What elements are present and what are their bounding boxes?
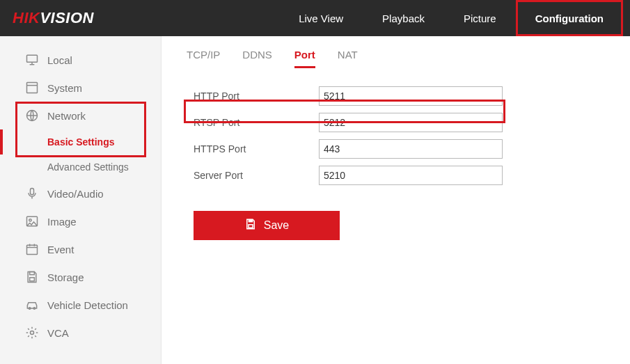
sidebar-item-video-audio[interactable]: Video/Audio: [0, 180, 161, 207]
sidebar-item-label: Storage: [47, 271, 84, 283]
system-icon: [25, 81, 39, 95]
topnav-picture[interactable]: Picture: [444, 0, 516, 36]
sidebar-item-label: Network: [47, 110, 86, 122]
svg-rect-3: [31, 189, 34, 195]
sidebar-item-label: Local: [47, 54, 72, 66]
row-http-port: HTTP Port: [194, 83, 630, 109]
label-rtsp-port: RTSP Port: [194, 117, 319, 128]
svg-rect-6: [27, 245, 38, 254]
svg-rect-1: [27, 83, 38, 93]
sidebar-item-local[interactable]: Local: [0, 46, 161, 74]
topnav: Live View Playback Picture Configuration: [279, 0, 623, 36]
logo-hik: HIK: [13, 9, 40, 26]
input-server-port[interactable]: [319, 166, 503, 185]
sidebar-item-storage[interactable]: Storage: [0, 263, 161, 291]
sidebar-item-image[interactable]: Image: [0, 207, 161, 235]
sidebar-item-vehicle[interactable]: Vehicle Detection: [0, 291, 161, 319]
label-server-port: Server Port: [194, 170, 319, 181]
input-rtsp-port[interactable]: [319, 113, 503, 132]
sidebar-item-label: System: [47, 82, 82, 94]
sidebar-item-label: Vehicle Detection: [47, 299, 128, 311]
tab-port[interactable]: Port: [294, 49, 315, 68]
save-button-label: Save: [264, 219, 289, 232]
svg-rect-13: [249, 225, 253, 228]
globe-icon: [25, 109, 39, 122]
tab-ddns[interactable]: DDNS: [242, 49, 272, 68]
svg-rect-0: [27, 55, 38, 62]
input-http-port[interactable]: [319, 86, 503, 106]
topnav-configuration[interactable]: Configuration: [516, 0, 623, 36]
sidebar-sub-basic-settings[interactable]: Basic Settings: [0, 129, 161, 155]
monitor-icon: [25, 53, 39, 67]
sidebar-item-label: Event: [47, 244, 74, 255]
sidebar-item-label: VCA: [47, 327, 69, 339]
label-http-port: HTTP Port: [194, 90, 319, 102]
svg-rect-8: [30, 278, 35, 281]
sidebar-item-event[interactable]: Event: [0, 235, 161, 263]
row-rtsp-port: RTSP Port: [194, 109, 630, 136]
sidebar-item-label: Image: [47, 216, 77, 228]
svg-point-11: [31, 331, 34, 335]
sidebar-sub-label: Advanced Settings: [47, 161, 129, 173]
sidebar: Local System Network Basic Settings Adva…: [0, 36, 162, 364]
save-icon: [25, 270, 39, 284]
topnav-playback[interactable]: Playback: [363, 0, 444, 36]
tab-tcpip[interactable]: TCP/IP: [187, 49, 220, 68]
topnav-live-view[interactable]: Live View: [279, 0, 363, 36]
svg-rect-12: [249, 219, 253, 222]
logo-vision: VISION: [40, 9, 94, 26]
tab-nat[interactable]: NAT: [338, 49, 358, 68]
calendar-icon: [25, 242, 39, 256]
sidebar-item-vca[interactable]: VCA: [0, 319, 161, 347]
gear-icon: [25, 326, 39, 340]
input-https-port[interactable]: [319, 139, 503, 159]
label-https-port: HTTPS Port: [194, 143, 319, 155]
sidebar-item-system[interactable]: System: [0, 74, 161, 102]
svg-rect-7: [30, 272, 35, 275]
save-button[interactable]: Save: [194, 211, 340, 240]
row-server-port: Server Port: [194, 162, 630, 189]
mic-icon: [25, 187, 39, 200]
sidebar-item-network[interactable]: Network: [0, 102, 161, 129]
tabs: TCP/IP DDNS Port NAT: [181, 49, 630, 69]
port-form: HTTP Port RTSP Port HTTPS Port Server Po…: [181, 83, 630, 189]
row-https-port: HTTPS Port: [194, 136, 630, 162]
topbar: HIKVISION Live View Playback Picture Con…: [0, 0, 630, 36]
sidebar-sub-advanced-settings[interactable]: Advanced Settings: [0, 155, 161, 180]
car-icon: [25, 298, 39, 312]
floppy-icon: [244, 218, 257, 233]
main: Local System Network Basic Settings Adva…: [0, 36, 630, 364]
image-icon: [25, 214, 39, 228]
content: TCP/IP DDNS Port NAT HTTP Port RTSP Port…: [162, 36, 630, 364]
sidebar-item-label: Video/Audio: [47, 188, 104, 200]
svg-point-5: [29, 219, 31, 221]
sidebar-sub-label: Basic Settings: [47, 136, 114, 148]
logo: HIKVISION: [13, 9, 94, 27]
